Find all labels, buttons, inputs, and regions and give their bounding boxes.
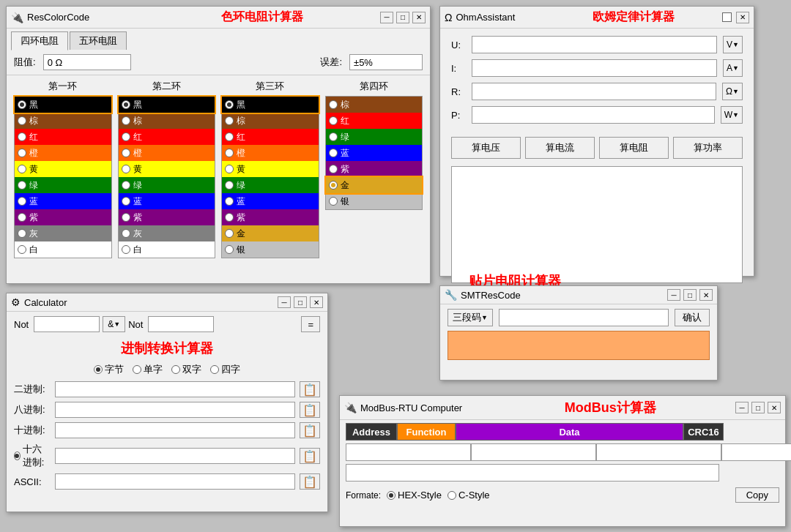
smt-code-select[interactable]: 三段码	[448, 309, 493, 326]
band-2-blue[interactable]: 蓝	[119, 193, 215, 209]
band-3-silver[interactable]: 银	[222, 241, 319, 258]
res-color-code-close[interactable]: ✕	[412, 12, 426, 23]
smt-confirm-btn[interactable]: 确认	[675, 309, 710, 326]
calc-hex-input[interactable]	[55, 448, 295, 464]
calc-dec-input[interactable]	[55, 422, 295, 438]
band-1-white[interactable]: 白	[15, 241, 111, 258]
calc-op-btn[interactable]: &	[103, 316, 125, 332]
calc-ascii-input[interactable]	[55, 473, 295, 490]
smt-minimize[interactable]: ─	[667, 289, 680, 301]
calc-power-btn[interactable]: 算功率	[673, 137, 743, 159]
band-1-yellow[interactable]: 黄	[15, 161, 111, 177]
band-2-orange[interactable]: 橙	[119, 145, 215, 161]
band-3-orange[interactable]: 橙	[222, 145, 319, 161]
calculator-maximize[interactable]: □	[294, 296, 307, 308]
radio-byte-btn[interactable]	[94, 365, 103, 374]
tolerance-value[interactable]	[349, 54, 423, 70]
modbus-maximize[interactable]: □	[751, 402, 765, 413]
band-2-purple[interactable]: 紫	[119, 209, 215, 225]
radio-dword-btn[interactable]	[171, 365, 180, 374]
band-4-blue[interactable]: 蓝	[326, 145, 423, 161]
calc-oct-input[interactable]	[55, 402, 295, 418]
format-c-option[interactable]: C-Style	[448, 490, 490, 501]
band-4-green[interactable]: 绿	[326, 129, 423, 145]
smt-maximize[interactable]: □	[683, 289, 697, 301]
format-hex-radio[interactable]	[387, 491, 396, 500]
band-3-blue[interactable]: 蓝	[222, 193, 319, 209]
band-2-white[interactable]: 白	[119, 241, 215, 258]
calc-bin-input[interactable]	[55, 381, 295, 397]
band-4-gold[interactable]: 金	[326, 177, 423, 193]
tab-four-band[interactable]: 四环电阻	[11, 31, 68, 50]
band-3-yellow[interactable]: 黄	[222, 161, 319, 177]
ohm-i-input[interactable]	[472, 59, 717, 77]
calc-eq-btn[interactable]: =	[301, 316, 320, 332]
ohm-i-unit[interactable]: A	[723, 59, 743, 77]
modbus-function-input[interactable]	[471, 443, 596, 461]
radio-qword[interactable]: 四字	[210, 363, 240, 376]
band-3-gold[interactable]: 金	[222, 225, 319, 241]
band-1-red[interactable]: 红	[15, 129, 111, 145]
band-1-green[interactable]: 绿	[15, 177, 111, 193]
ohm-r-unit[interactable]: Ω	[722, 83, 743, 100]
calc-hex-copy[interactable]: 📋	[300, 448, 320, 464]
ohm-u-input[interactable]	[472, 36, 717, 53]
format-c-radio[interactable]	[448, 491, 456, 500]
calc-bin-copy[interactable]: 📋	[300, 381, 320, 397]
ohm-r-input[interactable]	[472, 83, 716, 100]
tab-five-band[interactable]: 五环电阻	[70, 31, 127, 50]
band-1-black[interactable]: 黑	[15, 97, 111, 113]
calc-input-1[interactable]	[34, 316, 100, 332]
ohm-p-unit[interactable]: W	[721, 106, 743, 124]
radio-byte[interactable]: 字节	[94, 363, 124, 376]
ohm-u-unit[interactable]: V	[723, 36, 743, 53]
calc-voltage-btn[interactable]: 算电压	[451, 137, 521, 159]
modbus-crc-input[interactable]	[721, 443, 791, 461]
band-4-brown[interactable]: 棕	[326, 97, 423, 113]
calc-hex-radio[interactable]	[14, 452, 21, 460]
band-1-blue[interactable]: 蓝	[15, 193, 111, 209]
resistance-value[interactable]	[43, 54, 131, 70]
band-3-red[interactable]: 红	[222, 129, 319, 145]
radio-qword-btn[interactable]	[210, 365, 219, 374]
smt-value-input[interactable]	[499, 309, 669, 326]
band-1-purple[interactable]: 紫	[15, 209, 111, 225]
calc-ascii-copy[interactable]: 📋	[300, 473, 320, 490]
modbus-minimize[interactable]: ─	[735, 402, 749, 413]
ohm-assistant-close[interactable]: ✕	[736, 12, 749, 23]
calculator-minimize[interactable]: ─	[278, 296, 291, 308]
band-1-orange[interactable]: 橙	[15, 145, 111, 161]
band-2-black[interactable]: 黑	[119, 97, 215, 113]
calc-current-btn[interactable]: 算电流	[525, 137, 595, 159]
band-3-green[interactable]: 绿	[222, 177, 319, 193]
band-1-gray[interactable]: 灰	[15, 225, 111, 241]
calc-input-2[interactable]	[148, 316, 214, 332]
radio-dword[interactable]: 双字	[171, 363, 201, 376]
calc-dec-copy[interactable]: 📋	[300, 422, 320, 438]
format-hex-option[interactable]: HEX-Style	[387, 490, 442, 501]
band-2-brown[interactable]: 棕	[119, 113, 215, 129]
res-color-code-maximize[interactable]: □	[396, 12, 409, 23]
calculator-close[interactable]: ✕	[310, 296, 323, 308]
modbus-close[interactable]: ✕	[768, 402, 781, 413]
band-4-purple[interactable]: 紫	[326, 161, 423, 177]
modbus-address-input[interactable]	[346, 443, 471, 461]
modbus-result-input[interactable]	[346, 464, 719, 482]
band-4-red[interactable]: 红	[326, 113, 423, 129]
band-2-gray[interactable]: 灰	[119, 225, 215, 241]
radio-word-btn[interactable]	[133, 365, 141, 374]
band-4-silver[interactable]: 银	[326, 193, 423, 209]
res-color-code-minimize[interactable]: ─	[380, 12, 393, 23]
band-3-brown[interactable]: 棕	[222, 113, 319, 129]
calc-oct-copy[interactable]: 📋	[300, 402, 320, 418]
band-2-yellow[interactable]: 黄	[119, 161, 215, 177]
ohm-assistant-checkbox[interactable]	[722, 12, 732, 22]
modbus-data-input[interactable]	[596, 443, 721, 461]
radio-word[interactable]: 单字	[133, 363, 163, 376]
smt-close[interactable]: ✕	[699, 289, 713, 301]
band-3-black[interactable]: 黑	[222, 97, 319, 113]
modbus-copy-btn[interactable]: Copy	[735, 487, 779, 503]
band-2-green[interactable]: 绿	[119, 177, 215, 193]
band-2-red[interactable]: 红	[119, 129, 215, 145]
ohm-p-input[interactable]	[472, 106, 715, 124]
